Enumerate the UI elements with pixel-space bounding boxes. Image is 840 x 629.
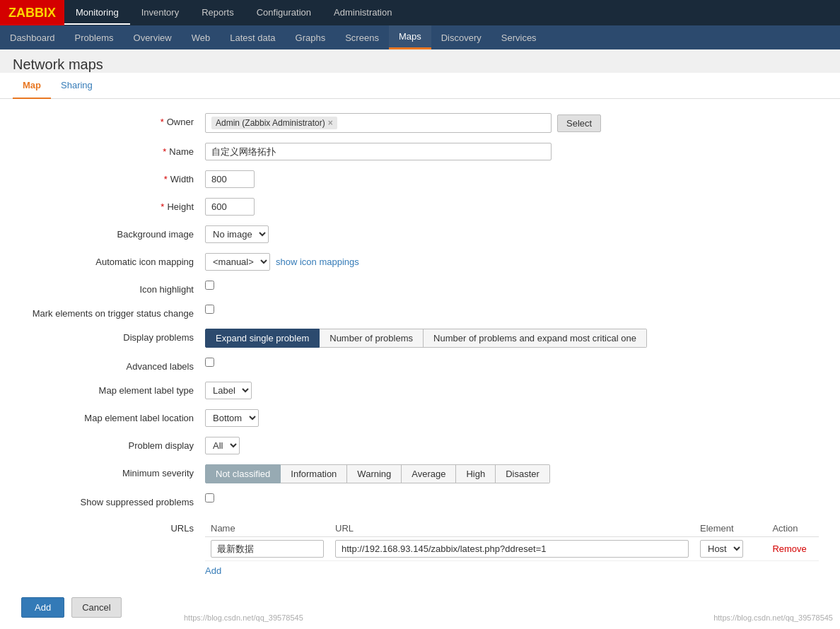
bg-image-label: Background image bbox=[21, 225, 205, 240]
bg-image-control: No image bbox=[205, 225, 819, 243]
url-remove-link[interactable]: Remove bbox=[772, 543, 806, 554]
subnav-screens[interactable]: Screens bbox=[335, 25, 389, 49]
owner-input-box[interactable]: Admin (Zabbix Administrator) × bbox=[205, 113, 552, 133]
min-severity-label: Minimum severity bbox=[21, 464, 205, 478]
subnav-maps[interactable]: Maps bbox=[389, 25, 431, 49]
urls-label: URLs bbox=[21, 517, 205, 534]
nav-administration[interactable]: Administration bbox=[322, 1, 403, 25]
top-nav-items: Monitoring Inventory Reports Configurati… bbox=[64, 1, 403, 25]
severity-disaster[interactable]: Disaster bbox=[496, 464, 550, 483]
label-location-select[interactable]: Bottom bbox=[205, 409, 259, 427]
label-location-label: Map element label location bbox=[21, 409, 205, 423]
name-control bbox=[205, 143, 819, 160]
show-suppressed-label: Show suppressed problems bbox=[21, 493, 205, 507]
label-type-label: Map element label type bbox=[21, 382, 205, 396]
subnav-problems[interactable]: Problems bbox=[65, 25, 124, 49]
select-button[interactable]: Select bbox=[557, 114, 601, 132]
owner-tag: Admin (Zabbix Administrator) × bbox=[211, 117, 337, 129]
table-row: Host Remove bbox=[205, 537, 819, 561]
footer-right: https://blog.csdn.net/qq_39578545 bbox=[713, 613, 833, 622]
subnav-overview[interactable]: Overview bbox=[124, 25, 182, 49]
subnav-web[interactable]: Web bbox=[182, 25, 221, 49]
url-action-cell: Remove bbox=[766, 537, 819, 561]
height-control bbox=[205, 198, 819, 216]
owner-remove-btn[interactable]: × bbox=[328, 118, 333, 128]
subnav-services[interactable]: Services bbox=[491, 25, 547, 49]
col-name-header: Name bbox=[205, 520, 329, 537]
col-url-header: URL bbox=[329, 520, 694, 537]
advanced-labels-row: Advanced labels bbox=[21, 358, 819, 372]
advanced-labels-checkbox[interactable] bbox=[205, 358, 214, 367]
subnav-dashboard[interactable]: Dashboard bbox=[0, 25, 65, 49]
height-input[interactable] bbox=[205, 198, 255, 216]
add-button[interactable]: Add bbox=[21, 597, 64, 618]
problem-display-select[interactable]: All bbox=[205, 437, 240, 454]
severity-information[interactable]: Information bbox=[281, 464, 347, 483]
name-label: *Name bbox=[21, 143, 205, 157]
width-label: *Width bbox=[21, 170, 205, 184]
urls-row: URLs Name URL Element Action bbox=[21, 517, 819, 576]
form-actions: Add Cancel bbox=[21, 586, 819, 625]
add-url-link[interactable]: Add bbox=[205, 565, 221, 576]
url-element-cell: Host bbox=[694, 537, 766, 561]
subnav-discovery[interactable]: Discovery bbox=[431, 25, 491, 49]
tab-map[interactable]: Map bbox=[13, 73, 51, 99]
top-navigation: ZABBIX Monitoring Inventory Reports Conf… bbox=[0, 0, 840, 25]
sub-navigation: Dashboard Problems Overview Web Latest d… bbox=[0, 25, 840, 49]
cancel-button[interactable]: Cancel bbox=[71, 597, 121, 618]
url-url-input[interactable] bbox=[335, 540, 689, 558]
url-url-cell bbox=[329, 537, 694, 561]
width-input[interactable] bbox=[205, 170, 255, 188]
nav-reports[interactable]: Reports bbox=[190, 1, 245, 25]
height-row: *Height bbox=[21, 198, 819, 216]
width-row: *Width bbox=[21, 170, 819, 188]
bg-image-select[interactable]: No image bbox=[205, 225, 269, 243]
page-header: Network maps bbox=[0, 49, 840, 73]
name-input[interactable] bbox=[205, 143, 552, 160]
icon-mapping-label: Automatic icon mapping bbox=[21, 253, 205, 267]
display-problems-row: Display problems Expand single problem N… bbox=[21, 329, 819, 348]
icon-highlight-checkbox[interactable] bbox=[205, 281, 214, 290]
severity-average[interactable]: Average bbox=[402, 464, 456, 483]
owner-control: Admin (Zabbix Administrator) × Select bbox=[205, 113, 819, 133]
height-label: *Height bbox=[21, 198, 205, 212]
tab-sharing[interactable]: Sharing bbox=[51, 73, 103, 99]
urls-control: Name URL Element Action bbox=[205, 517, 819, 576]
nav-configuration[interactable]: Configuration bbox=[245, 1, 322, 25]
urls-section: Name URL Element Action bbox=[205, 520, 819, 576]
label-location-row: Map element label location Bottom bbox=[21, 409, 819, 427]
problem-display-row: Problem display All bbox=[21, 437, 819, 454]
label-type-select[interactable]: Label bbox=[205, 382, 252, 399]
url-name-input[interactable] bbox=[211, 540, 324, 558]
page-title: Network maps bbox=[13, 57, 827, 73]
advanced-labels-label: Advanced labels bbox=[21, 358, 205, 372]
severity-high[interactable]: High bbox=[456, 464, 496, 483]
owner-row: *Owner Admin (Zabbix Administrator) × Se… bbox=[21, 113, 819, 133]
problem-display-label: Problem display bbox=[21, 437, 205, 451]
icon-mapping-select[interactable]: <manual> bbox=[205, 253, 270, 271]
min-severity-control: Not classified Information Warning Avera… bbox=[205, 464, 819, 483]
show-suppressed-checkbox[interactable] bbox=[205, 493, 214, 502]
subnav-latest-data[interactable]: Latest data bbox=[220, 25, 285, 49]
icon-mapping-row: Automatic icon mapping <manual> show ico… bbox=[21, 253, 819, 271]
mark-elements-control bbox=[205, 305, 819, 314]
subnav-graphs[interactable]: Graphs bbox=[286, 25, 336, 49]
display-problems-group: Expand single problem Number of problems… bbox=[205, 329, 647, 348]
icon-highlight-row: Icon highlight bbox=[21, 281, 819, 295]
icon-mapping-control: <manual> show icon mappings bbox=[205, 253, 819, 271]
label-type-row: Map element label type Label bbox=[21, 382, 819, 399]
nav-monitoring[interactable]: Monitoring bbox=[64, 1, 130, 25]
severity-not-classified[interactable]: Not classified bbox=[205, 464, 281, 483]
display-expand-single[interactable]: Expand single problem bbox=[205, 329, 320, 348]
min-severity-row: Minimum severity Not classified Informat… bbox=[21, 464, 819, 483]
mark-elements-checkbox[interactable] bbox=[205, 305, 214, 314]
display-problems-label: Display problems bbox=[21, 329, 205, 343]
display-number-expand-critical[interactable]: Number of problems and expand most criti… bbox=[424, 329, 647, 348]
severity-warning[interactable]: Warning bbox=[347, 464, 402, 483]
display-number-problems[interactable]: Number of problems bbox=[320, 329, 424, 348]
url-element-select[interactable]: Host bbox=[700, 540, 743, 558]
problem-display-control: All bbox=[205, 437, 819, 454]
show-icon-mappings-link[interactable]: show icon mappings bbox=[276, 257, 359, 267]
nav-inventory[interactable]: Inventory bbox=[130, 1, 190, 25]
mark-elements-label: Mark elements on trigger status change bbox=[21, 305, 205, 319]
